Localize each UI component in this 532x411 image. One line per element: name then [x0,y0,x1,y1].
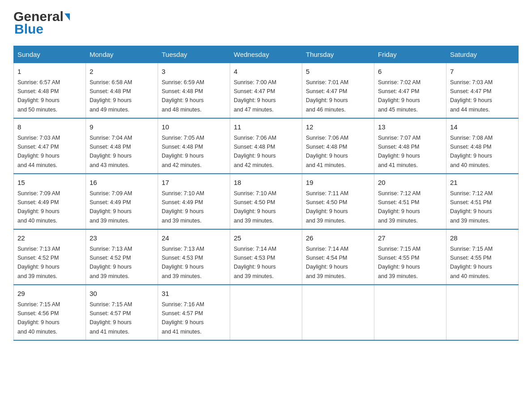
day-info: Sunrise: 7:11 AMSunset: 4:50 PMDaylight:… [306,190,348,224]
col-header-friday: Friday [374,46,446,63]
calendar-week-1: 1 Sunrise: 6:57 AMSunset: 4:48 PMDayligh… [14,63,519,119]
col-header-sunday: Sunday [14,46,86,63]
day-info: Sunrise: 7:09 AMSunset: 4:49 PMDaylight:… [90,190,132,224]
day-number: 31 [162,289,226,299]
day-number: 23 [90,233,154,244]
day-info: Sunrise: 7:00 AMSunset: 4:47 PMDaylight:… [234,79,276,113]
day-number: 15 [17,178,82,188]
calendar-cell: 24 Sunrise: 7:13 AMSunset: 4:53 PMDaylig… [158,229,230,285]
day-info: Sunrise: 7:03 AMSunset: 4:47 PMDaylight:… [450,79,493,113]
day-number: 28 [450,233,515,244]
calendar-cell: 2 Sunrise: 6:58 AMSunset: 4:48 PMDayligh… [86,63,158,119]
logo: General Blue [13,9,70,37]
calendar-cell: 1 Sunrise: 6:57 AMSunset: 4:48 PMDayligh… [14,63,86,119]
calendar-cell: 30 Sunrise: 7:15 AMSunset: 4:57 PMDaylig… [86,285,158,340]
day-info: Sunrise: 7:13 AMSunset: 4:53 PMDaylight:… [162,246,204,279]
day-number: 16 [90,178,154,188]
calendar-cell: 9 Sunrise: 7:04 AMSunset: 4:48 PMDayligh… [86,118,158,174]
day-info: Sunrise: 7:07 AMSunset: 4:48 PMDaylight:… [378,135,420,168]
day-info: Sunrise: 7:06 AMSunset: 4:48 PMDaylight:… [234,135,276,168]
col-header-wednesday: Wednesday [230,46,302,63]
day-number: 13 [378,122,442,133]
calendar-cell [230,285,302,340]
day-number: 24 [162,233,226,244]
calendar-cell: 31 Sunrise: 7:16 AMSunset: 4:57 PMDaylig… [158,285,230,340]
calendar-cell: 22 Sunrise: 7:13 AMSunset: 4:52 PMDaylig… [14,229,86,285]
day-info: Sunrise: 7:15 AMSunset: 4:57 PMDaylight:… [90,301,132,335]
calendar-cell: 10 Sunrise: 7:05 AMSunset: 4:48 PMDaylig… [158,118,230,174]
calendar-week-3: 15 Sunrise: 7:09 AMSunset: 4:49 PMDaylig… [14,174,519,229]
day-number: 4 [234,67,298,77]
day-info: Sunrise: 7:10 AMSunset: 4:49 PMDaylight:… [162,190,204,224]
col-header-thursday: Thursday [302,46,374,63]
calendar-cell: 20 Sunrise: 7:12 AMSunset: 4:51 PMDaylig… [374,174,446,229]
day-number: 22 [17,233,82,244]
day-info: Sunrise: 7:14 AMSunset: 4:54 PMDaylight:… [306,246,348,279]
day-info: Sunrise: 7:15 AMSunset: 4:56 PMDaylight:… [17,301,60,335]
calendar-cell: 6 Sunrise: 7:02 AMSunset: 4:47 PMDayligh… [374,63,446,119]
day-info: Sunrise: 7:10 AMSunset: 4:50 PMDaylight:… [234,190,276,224]
calendar-week-5: 29 Sunrise: 7:15 AMSunset: 4:56 PMDaylig… [14,285,519,340]
day-number: 2 [90,67,154,77]
calendar-week-2: 8 Sunrise: 7:03 AMSunset: 4:47 PMDayligh… [14,118,519,174]
day-info: Sunrise: 7:15 AMSunset: 4:55 PMDaylight:… [450,246,493,279]
day-number: 25 [234,233,298,244]
day-number: 19 [306,178,370,188]
day-info: Sunrise: 7:01 AMSunset: 4:47 PMDaylight:… [306,79,348,113]
day-info: Sunrise: 7:05 AMSunset: 4:48 PMDaylight:… [162,135,204,168]
day-number: 27 [378,233,442,244]
day-number: 30 [90,289,154,299]
day-info: Sunrise: 6:57 AMSunset: 4:48 PMDaylight:… [17,79,60,113]
calendar-cell [446,285,519,340]
day-number: 10 [162,122,226,133]
day-info: Sunrise: 7:03 AMSunset: 4:47 PMDaylight:… [17,135,60,168]
calendar-cell: 14 Sunrise: 7:08 AMSunset: 4:48 PMDaylig… [446,118,519,174]
calendar-cell: 21 Sunrise: 7:12 AMSunset: 4:51 PMDaylig… [446,174,519,229]
logo-triangle-icon [64,13,70,21]
day-number: 29 [17,289,82,299]
day-number: 7 [450,67,515,77]
day-number: 11 [234,122,298,133]
calendar-cell: 12 Sunrise: 7:06 AMSunset: 4:48 PMDaylig… [302,118,374,174]
calendar-cell: 23 Sunrise: 7:13 AMSunset: 4:52 PMDaylig… [86,229,158,285]
col-header-monday: Monday [86,46,158,63]
day-number: 21 [450,178,515,188]
calendar-cell: 13 Sunrise: 7:07 AMSunset: 4:48 PMDaylig… [374,118,446,174]
day-info: Sunrise: 7:13 AMSunset: 4:52 PMDaylight:… [90,246,132,279]
calendar-cell: 28 Sunrise: 7:15 AMSunset: 4:55 PMDaylig… [446,229,519,285]
day-number: 6 [378,67,442,77]
calendar-cell: 15 Sunrise: 7:09 AMSunset: 4:49 PMDaylig… [14,174,86,229]
calendar-cell: 16 Sunrise: 7:09 AMSunset: 4:49 PMDaylig… [86,174,158,229]
calendar-cell: 11 Sunrise: 7:06 AMSunset: 4:48 PMDaylig… [230,118,302,174]
day-number: 8 [17,122,82,133]
calendar-cell: 17 Sunrise: 7:10 AMSunset: 4:49 PMDaylig… [158,174,230,229]
day-info: Sunrise: 7:04 AMSunset: 4:48 PMDaylight:… [90,135,132,168]
day-info: Sunrise: 7:08 AMSunset: 4:48 PMDaylight:… [450,135,493,168]
day-number: 5 [306,67,370,77]
calendar-table: SundayMondayTuesdayWednesdayThursdayFrid… [13,46,519,341]
day-info: Sunrise: 7:16 AMSunset: 4:57 PMDaylight:… [162,301,204,335]
day-info: Sunrise: 7:12 AMSunset: 4:51 PMDaylight:… [450,190,493,224]
logo-blue-text: Blue [13,21,70,37]
day-number: 26 [306,233,370,244]
day-info: Sunrise: 7:09 AMSunset: 4:49 PMDaylight:… [17,190,60,224]
calendar-cell: 3 Sunrise: 6:59 AMSunset: 4:48 PMDayligh… [158,63,230,119]
day-number: 12 [306,122,370,133]
day-number: 18 [234,178,298,188]
calendar-cell: 29 Sunrise: 7:15 AMSunset: 4:56 PMDaylig… [14,285,86,340]
day-info: Sunrise: 7:02 AMSunset: 4:47 PMDaylight:… [378,79,420,113]
calendar-week-4: 22 Sunrise: 7:13 AMSunset: 4:52 PMDaylig… [14,229,519,285]
calendar-cell: 7 Sunrise: 7:03 AMSunset: 4:47 PMDayligh… [446,63,519,119]
calendar-cell [302,285,374,340]
day-info: Sunrise: 6:59 AMSunset: 4:48 PMDaylight:… [162,79,204,113]
day-number: 20 [378,178,442,188]
calendar-cell: 25 Sunrise: 7:14 AMSunset: 4:53 PMDaylig… [230,229,302,285]
calendar-cell: 19 Sunrise: 7:11 AMSunset: 4:50 PMDaylig… [302,174,374,229]
day-number: 17 [162,178,226,188]
day-info: Sunrise: 6:58 AMSunset: 4:48 PMDaylight:… [90,79,132,113]
header-row: SundayMondayTuesdayWednesdayThursdayFrid… [14,46,519,63]
day-info: Sunrise: 7:06 AMSunset: 4:48 PMDaylight:… [306,135,348,168]
calendar-cell: 27 Sunrise: 7:15 AMSunset: 4:55 PMDaylig… [374,229,446,285]
day-number: 3 [162,67,226,77]
calendar-cell: 26 Sunrise: 7:14 AMSunset: 4:54 PMDaylig… [302,229,374,285]
